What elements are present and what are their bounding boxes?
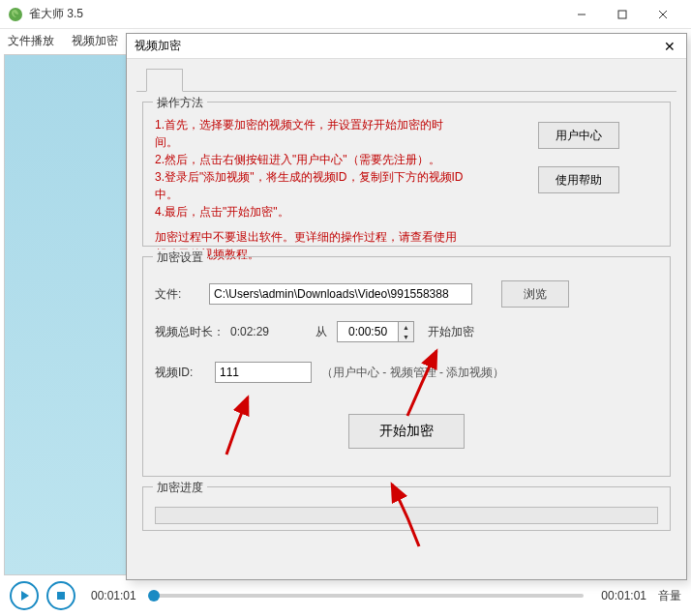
start-time-input[interactable] xyxy=(337,321,399,342)
file-row: 文件: 浏览 xyxy=(155,280,658,308)
settings-heading: 加密设置 xyxy=(153,249,207,266)
from-label: 从 xyxy=(315,324,327,340)
operation-method-group: 操作方法 1.首先，选择要加密的视频文件，并设置好开始加密的时间。 2.然后，点… xyxy=(142,102,671,247)
volume-label: 音量 xyxy=(658,588,681,604)
main-title-bar: 雀大师 3.5 xyxy=(0,0,691,29)
close-button[interactable] xyxy=(643,1,683,28)
app-title: 雀大师 3.5 xyxy=(29,6,561,22)
help-button[interactable]: 使用帮助 xyxy=(538,166,619,193)
encrypt-dialog: 视频加密 ✕ 操作方法 1.首先，选择要加密的视频文件，并设置好开始加密的时间。… xyxy=(126,33,687,580)
progress-bar xyxy=(155,507,658,524)
op-line3: 3.登录后"添加视频"，将生成的视频ID，复制到下方的视频ID中。 xyxy=(155,168,465,203)
video-id-hint: （用户中心 - 视频管理 - 添加视频） xyxy=(321,365,504,381)
video-id-label: 视频ID: xyxy=(155,365,209,381)
browse-button[interactable]: 浏览 xyxy=(501,280,569,308)
op-line1: 1.首先，选择要加密的视频文件，并设置好开始加密的时间。 xyxy=(155,116,465,151)
encrypt-settings-group: 加密设置 文件: 浏览 视频总时长： 0:02:29 从 ▲ ▼ 开始加密 视频… xyxy=(142,256,671,477)
spinner-down-icon[interactable]: ▼ xyxy=(399,332,413,341)
menu-file-play[interactable]: 文件播放 xyxy=(8,33,54,49)
start-encrypt-button[interactable]: 开始加密 xyxy=(348,414,465,449)
progress-slider[interactable] xyxy=(154,594,585,598)
svg-marker-5 xyxy=(21,591,29,601)
menu-video-encrypt[interactable]: 视频加密 xyxy=(72,33,118,49)
tab-active[interactable] xyxy=(146,69,183,92)
stop-button[interactable] xyxy=(46,581,75,610)
dialog-title-bar: 视频加密 ✕ xyxy=(127,34,686,59)
progress-group: 加密进度 xyxy=(142,486,671,531)
total-duration-label: 视频总时长： xyxy=(155,324,225,340)
file-label: 文件: xyxy=(155,286,203,303)
dialog-close-button[interactable]: ✕ xyxy=(661,38,678,55)
spinner-up-icon[interactable]: ▲ xyxy=(399,322,413,332)
total-duration-value: 0:02:29 xyxy=(230,325,269,338)
dialog-title: 视频加密 xyxy=(135,38,661,54)
progress-heading: 加密进度 xyxy=(153,480,207,496)
op-line4: 4.最后，点击"开始加密"。 xyxy=(155,203,465,220)
progress-thumb[interactable] xyxy=(148,590,160,601)
play-button[interactable] xyxy=(10,581,39,610)
file-input[interactable] xyxy=(209,283,472,305)
player-bar: 00:01:01 00:01:01 音量 xyxy=(0,575,691,616)
time-elapsed: 00:01:01 xyxy=(91,589,136,602)
start-time-spinner[interactable]: ▲ ▼ xyxy=(337,321,414,342)
tab-strip xyxy=(136,65,676,92)
video-id-input[interactable] xyxy=(215,362,312,383)
svg-rect-6 xyxy=(57,592,65,600)
app-logo-icon xyxy=(8,7,23,22)
duration-row: 视频总时长： 0:02:29 从 ▲ ▼ 开始加密 xyxy=(155,321,658,342)
video-id-row: 视频ID: （用户中心 - 视频管理 - 添加视频） xyxy=(155,362,658,383)
start-suffix-label: 开始加密 xyxy=(428,324,474,340)
user-center-button[interactable]: 用户中心 xyxy=(538,122,619,149)
minimize-button[interactable] xyxy=(561,1,602,28)
maximize-button[interactable] xyxy=(602,1,643,28)
svg-rect-2 xyxy=(618,11,626,18)
op-line2: 2.然后，点击右侧按钮进入"用户中心"（需要先注册）。 xyxy=(155,151,465,168)
time-total: 00:01:01 xyxy=(601,589,646,602)
op-method-heading: 操作方法 xyxy=(153,95,207,111)
